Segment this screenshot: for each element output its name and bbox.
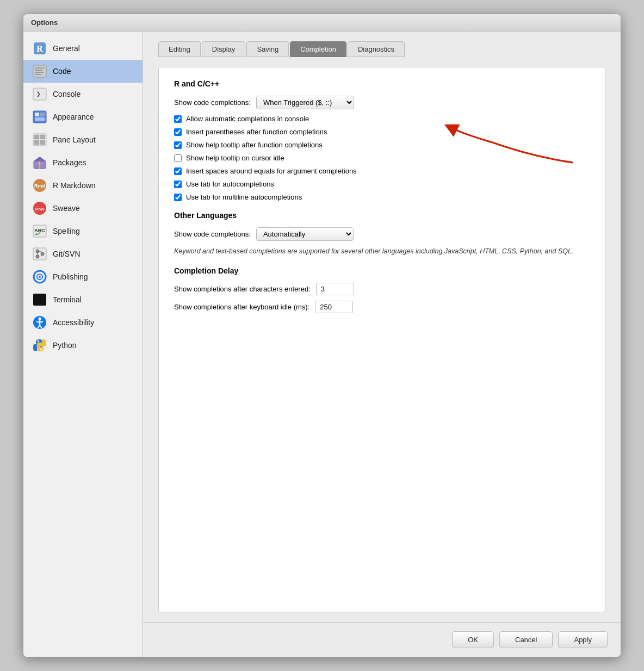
python-icon (32, 338, 47, 353)
section-other-divider: Other Languages (174, 211, 590, 220)
sidebar-item-rmarkdown[interactable]: Rmd R Markdown (23, 174, 143, 197)
tab-completion[interactable]: Completion (290, 41, 346, 57)
svg-rect-12 (35, 117, 45, 121)
rmarkdown-icon: Rmd (32, 178, 47, 193)
cancel-button[interactable]: Cancel (499, 631, 553, 648)
note-text: Keyword and text-based completions are s… (174, 246, 590, 257)
sidebar-item-sweave[interactable]: Rnw Sweave (23, 197, 143, 220)
tab-display[interactable]: Display (202, 41, 246, 57)
sidebar-item-code[interactable]: Code (23, 60, 143, 83)
checkbox-auto-console-input[interactable] (174, 115, 182, 123)
svg-rect-16 (34, 140, 39, 145)
sidebar-label-pane-layout: Pane Layout (53, 135, 96, 144)
sidebar-item-appearance[interactable]: Appearance (23, 105, 143, 128)
sidebar-item-python[interactable]: Python (23, 334, 143, 357)
delay-keyboard-label: Show completions after keyboard idle (ms… (174, 303, 309, 311)
svg-rect-14 (34, 135, 39, 139)
sidebar-label-accessibility: Accessibility (53, 318, 94, 327)
sidebar-label-python: Python (53, 341, 77, 350)
svg-text:R: R (36, 44, 43, 53)
appearance-icon (32, 109, 47, 125)
checkbox-use-tab-label: Use tab for autocompletions (186, 180, 274, 188)
checkbox-insert-parens-label: Insert parentheses after function comple… (186, 128, 327, 136)
checkbox-insert-spaces-input[interactable] (174, 167, 182, 175)
checkbox-show-help-cursor-input[interactable] (174, 154, 182, 162)
checkbox-show-help-tooltip-label: Show help tooltip after function complet… (186, 141, 323, 149)
svg-text:Rnw: Rnw (35, 207, 45, 212)
tabs-bar: Editing Display Saving Completion Diagno… (158, 41, 605, 57)
show-completions-label: Show code completions: (174, 98, 251, 107)
svg-marker-19 (34, 157, 46, 161)
console-icon: ❯ (32, 86, 47, 102)
svg-rect-11 (40, 113, 45, 116)
checkbox-use-tab-multiline-label: Use tab for multiline autocompletions (186, 193, 302, 201)
tab-saving[interactable]: Saving (246, 41, 289, 57)
sidebar-item-spelling[interactable]: ABC Spelling (23, 220, 143, 243)
svg-rect-2 (33, 65, 46, 77)
checkbox-use-tab-multiline: Use tab for multiline autocompletions (174, 193, 590, 201)
show-completions-other-row: Show code completions: Automatically Whe… (174, 227, 590, 241)
checkbox-show-help-cursor-label: Show help tooltip on cursor idle (186, 154, 284, 162)
general-icon: R (32, 41, 47, 56)
titlebar: Options (23, 14, 621, 32)
sidebar-item-gitsvn[interactable]: Git/SVN (23, 243, 143, 265)
sidebar-label-sweave: Sweave (53, 204, 80, 213)
section-r-title: R and C/C++ (174, 79, 590, 88)
sidebar-item-console[interactable]: ❯ Console (23, 83, 143, 105)
svg-text:❯: ❯ (36, 90, 41, 98)
checkbox-auto-console-label: Allow automatic completions in console (186, 115, 309, 123)
sidebar-label-general: General (53, 44, 80, 53)
spelling-icon: ABC (32, 223, 47, 239)
tab-editing[interactable]: Editing (158, 41, 201, 57)
sidebar-item-terminal[interactable]: Terminal (23, 288, 143, 311)
bottom-bar: OK Cancel Apply (143, 622, 621, 657)
sidebar-label-gitsvn: Git/SVN (53, 250, 81, 258)
sidebar-label-terminal: Terminal (53, 295, 82, 304)
content-panel: R and C/C++ Show code completions: When … (158, 67, 605, 612)
pane-layout-icon (32, 132, 47, 147)
sidebar-label-packages: Packages (53, 158, 86, 167)
checkbox-use-tab-input[interactable] (174, 181, 182, 188)
tab-diagnostics[interactable]: Diagnostics (348, 41, 405, 57)
sidebar-item-publishing[interactable]: Publishing (23, 265, 143, 288)
sidebar-label-spelling: Spelling (53, 227, 80, 235)
window-body: R General Code (23, 32, 621, 657)
ok-button[interactable]: OK (452, 631, 494, 648)
sidebar-label-code: Code (53, 67, 71, 76)
svg-rect-36 (33, 294, 46, 306)
svg-point-30 (36, 255, 39, 258)
window-title: Options (31, 18, 58, 27)
checkbox-show-help-tooltip-input[interactable] (174, 141, 182, 149)
delay-chars-label: Show completions after characters entere… (174, 285, 311, 293)
show-completions-other-select[interactable]: Automatically When Triggered ($, ::) Nev… (256, 227, 354, 241)
main-content: Editing Display Saving Completion Diagno… (143, 32, 621, 622)
sidebar-item-general[interactable]: R General (23, 37, 143, 60)
show-completions-select[interactable]: When Triggered ($, ::) Automatically Nev… (256, 96, 354, 109)
sidebar: R General Code (23, 32, 143, 657)
checkbox-use-tab: Use tab for autocompletions (174, 180, 590, 188)
checkbox-insert-parens-input[interactable] (174, 128, 182, 136)
sidebar-item-packages[interactable]: Packages (23, 151, 143, 174)
sidebar-item-accessibility[interactable]: Accessibility (23, 311, 143, 334)
packages-icon (32, 155, 47, 170)
delay-keyboard-input[interactable] (315, 301, 353, 313)
show-completions-row: Show code completions: When Triggered ($… (174, 96, 590, 109)
code-icon (32, 64, 47, 79)
checkbox-use-tab-multiline-input[interactable] (174, 194, 182, 201)
delay-keyboard-row: Show completions after keyboard idle (ms… (174, 301, 590, 313)
sweave-icon: Rnw (32, 201, 47, 216)
gitsvn-icon (32, 246, 47, 262)
section-delay-title: Completion Delay (174, 266, 590, 275)
sidebar-label-publishing: Publishing (53, 272, 88, 281)
checkbox-show-help-cursor: Show help tooltip on cursor idle (174, 154, 590, 162)
delay-chars-input[interactable] (316, 283, 354, 295)
checkbox-insert-parens: Insert parentheses after function comple… (174, 128, 590, 136)
checkbox-insert-spaces: Insert spaces around equals for argument… (174, 167, 590, 175)
svg-point-44 (40, 349, 42, 350)
svg-rect-10 (35, 113, 39, 116)
svg-point-35 (39, 276, 41, 278)
svg-rect-15 (40, 135, 45, 139)
apply-button[interactable]: Apply (558, 631, 608, 648)
sidebar-item-pane-layout[interactable]: Pane Layout (23, 128, 143, 151)
svg-point-43 (38, 340, 39, 342)
